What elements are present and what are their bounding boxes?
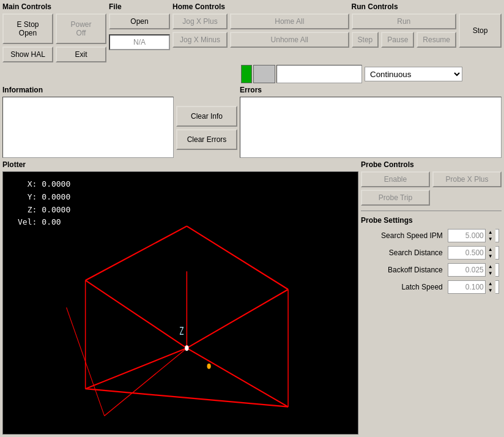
search-distance-spinbox: ▲ ▼ — [448, 246, 499, 260]
settings-table: Search Speed IPM ▲ ▼ Se — [361, 227, 502, 296]
pause-button[interactable]: Pause — [381, 32, 414, 48]
backoff-distance-spinbox: ▲ ▼ — [448, 263, 499, 277]
svg-line-1 — [187, 289, 288, 348]
search-speed-up[interactable]: ▲ — [486, 229, 495, 236]
search-speed-input[interactable] — [448, 231, 485, 240]
backoff-distance-spinbox-buttons: ▲ ▼ — [485, 263, 495, 277]
svg-line-5 — [187, 226, 288, 289]
svg-line-2 — [86, 280, 187, 348]
action-buttons: Clear Info Clear Errors — [176, 86, 237, 158]
svg-text:Z: Z — [179, 324, 183, 337]
file-controls-label: File — [109, 2, 170, 11]
probe-settings-label: Probe Settings — [361, 216, 502, 225]
latch-speed-spinbox-buttons: ▲ ▼ — [485, 280, 495, 294]
information-panel: Information — [2, 86, 174, 158]
home-all-button[interactable]: Home All — [230, 13, 349, 29]
search-distance-label: Search Distance — [361, 244, 445, 261]
file-value: N/A — [109, 34, 170, 50]
main-controls-label: Main Controls — [2, 2, 106, 11]
search-speed-spinbox: ▲ ▼ — [448, 229, 499, 242]
exit-button[interactable]: Exit — [56, 47, 106, 62]
latch-speed-label: Latch Speed — [361, 278, 445, 296]
search-speed-spinbox-buttons: ▲ ▼ — [485, 229, 495, 242]
backoff-distance-input[interactable] — [448, 266, 485, 274]
errors-label: Errors — [240, 86, 502, 94]
probe-x-plus-button[interactable]: Probe X Plus — [432, 171, 502, 187]
probe-settings-panel: Probe Settings Search Speed IPM ▲ ▼ — [361, 216, 502, 435]
clear-info-button[interactable]: Clear Info — [176, 106, 237, 127]
estop-button[interactable]: E StopOpen — [2, 13, 53, 44]
plotter-label: Plotter — [2, 160, 358, 169]
progress-bar-area — [241, 65, 362, 83]
step-button[interactable]: Step — [352, 32, 379, 48]
svg-point-14 — [207, 364, 211, 369]
information-textarea[interactable] — [2, 97, 174, 158]
latch-speed-row: Latch Speed ▲ ▼ — [361, 278, 502, 296]
show-hal-button[interactable]: Show HAL — [2, 47, 53, 62]
stop-button[interactable]: Stop — [459, 13, 502, 48]
home-controls-panel: Home Controls Jog X Plus Jog X Minus Hom… — [172, 2, 349, 62]
search-distance-input[interactable] — [448, 248, 485, 257]
svg-line-4 — [86, 226, 187, 281]
probe-controls-panel: Probe Controls Enable Probe X Plus Probe… — [361, 160, 502, 206]
search-distance-down[interactable]: ▼ — [486, 253, 495, 260]
search-speed-row: Search Speed IPM ▲ ▼ — [361, 227, 502, 244]
errors-textarea[interactable] — [240, 97, 502, 158]
plotter-panel: Plotter X: 0.0000 Y: 0.0000 Z — [2, 160, 358, 435]
latch-speed-up[interactable]: ▲ — [486, 280, 495, 287]
search-distance-row: Search Distance ▲ ▼ — [361, 244, 502, 261]
search-speed-label: Search Speed IPM — [361, 227, 445, 244]
search-speed-down[interactable]: ▼ — [486, 236, 495, 242]
backoff-distance-down[interactable]: ▼ — [486, 270, 495, 277]
plotter-canvas: X: 0.0000 Y: 0.0000 Z: 0.0000 Vel: — [2, 171, 358, 435]
middle-section: Information Clear Info Clear Errors Erro… — [2, 86, 502, 158]
jog-x-plus-button[interactable]: Jog X Plus — [172, 13, 228, 29]
search-distance-up[interactable]: ▲ — [486, 246, 495, 253]
search-distance-spinbox-buttons: ▲ ▼ — [485, 246, 495, 260]
svg-line-8 — [187, 348, 288, 407]
unhome-all-button[interactable]: Unhome All — [230, 32, 349, 48]
svg-point-13 — [185, 345, 188, 351]
run-controls-panel: Run Controls Run Step Pause Resume Stop — [352, 2, 502, 62]
probe-trip-button[interactable]: Probe Trip — [361, 190, 430, 206]
main-controls-panel: Main Controls E StopOpen PowerOff Show H… — [2, 2, 106, 62]
backoff-distance-input-cell: ▲ ▼ — [445, 261, 502, 278]
continuous-select[interactable]: Continuous 0.0001 0.001 0.01 0.1 1.0 — [365, 67, 462, 81]
svg-line-11 — [105, 348, 187, 416]
file-controls-panel: File Open N/A — [109, 2, 170, 62]
latch-speed-input-cell: ▲ ▼ — [445, 278, 502, 296]
bottom-section: Plotter X: 0.0000 Y: 0.0000 Z — [2, 160, 502, 435]
probe-section: Probe Controls Enable Probe X Plus Probe… — [361, 160, 502, 435]
home-controls-label: Home Controls — [172, 2, 349, 11]
clear-errors-button[interactable]: Clear Errors — [176, 129, 237, 150]
latch-speed-spinbox: ▲ ▼ — [448, 280, 499, 294]
run-controls-label: Run Controls — [352, 2, 502, 11]
enable-button[interactable]: Enable — [361, 171, 430, 187]
search-distance-input-cell: ▲ ▼ — [445, 244, 502, 261]
run-button[interactable]: Run — [352, 13, 456, 29]
probe-controls-label: Probe Controls — [361, 160, 502, 169]
power-button[interactable]: PowerOff — [56, 13, 106, 44]
search-speed-input-cell: ▲ ▼ — [445, 227, 502, 244]
latch-speed-input[interactable] — [448, 283, 485, 291]
plotter-svg: Z — [3, 172, 358, 434]
latch-speed-down[interactable]: ▼ — [486, 287, 495, 294]
svg-line-7 — [86, 348, 187, 389]
open-button[interactable]: Open — [109, 13, 170, 29]
gray-indicator — [253, 65, 275, 83]
resume-button[interactable]: Resume — [417, 32, 456, 48]
green-indicator — [241, 65, 252, 83]
jog-x-minus-button[interactable]: Jog X Minus — [172, 32, 228, 48]
svg-line-10 — [86, 389, 288, 407]
backoff-distance-label: Backoff Distance — [361, 261, 445, 278]
backoff-distance-row: Backoff Distance ▲ ▼ — [361, 261, 502, 278]
errors-panel: Errors — [240, 86, 502, 158]
information-label: Information — [2, 86, 174, 94]
progress-track — [276, 65, 362, 83]
backoff-distance-up[interactable]: ▲ — [486, 263, 495, 270]
